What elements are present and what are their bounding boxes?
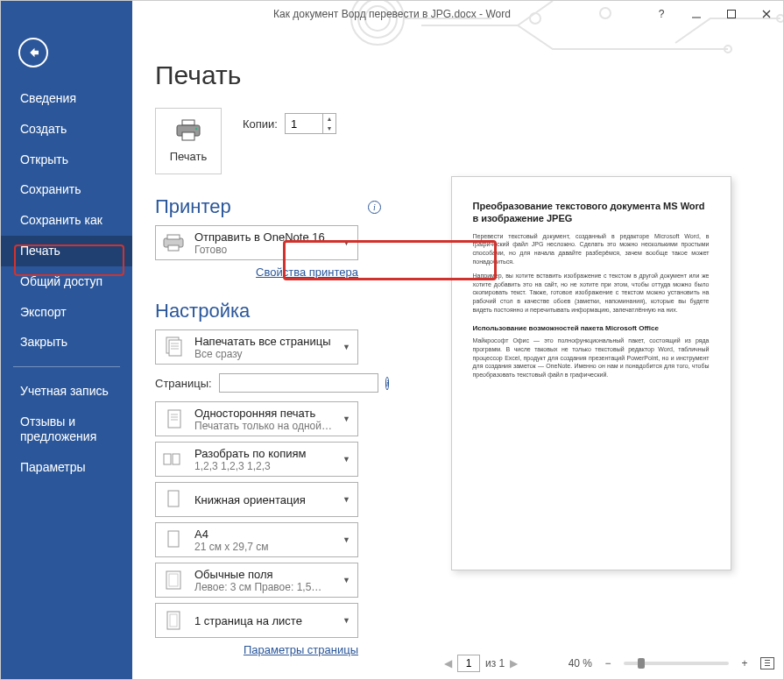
nav-save[interactable]: Сохранить <box>1 174 132 205</box>
one-per-sheet-icon <box>161 608 186 633</box>
svg-rect-10 <box>182 132 194 140</box>
svg-rect-13 <box>167 235 180 239</box>
preview-heading: Преобразование текстового документа MS W… <box>473 200 710 225</box>
svg-rect-16 <box>169 340 181 356</box>
minimize-button[interactable] <box>685 4 708 24</box>
pages-all-icon <box>161 335 186 359</box>
copies-down[interactable]: ▼ <box>323 124 335 133</box>
copies-input[interactable] <box>286 114 322 133</box>
nav-account[interactable]: Учетная запись <box>1 376 132 407</box>
chevron-down-icon: ▼ <box>341 535 352 544</box>
svg-rect-20 <box>168 410 180 428</box>
svg-rect-7 <box>728 11 736 18</box>
collate-dropdown[interactable]: Разобрать по копиям 1,2,3 1,2,3 1,2,3 ▼ <box>155 442 358 477</box>
help-button[interactable]: ? <box>650 4 673 24</box>
svg-rect-25 <box>173 454 180 464</box>
printer-info-icon[interactable]: i <box>368 201 381 214</box>
chevron-down-icon: ▼ <box>341 455 352 464</box>
duplex-dropdown[interactable]: Односторонняя печать Печатать только на … <box>155 401 358 436</box>
page-title: Печать <box>155 60 381 90</box>
printer-name: Отправить в OneNote 16 <box>194 230 332 244</box>
printer-device-icon <box>161 230 186 255</box>
chevron-down-icon: ▼ <box>341 238 352 247</box>
preview-p1: Перевести текстовый документ, созданный … <box>473 232 710 266</box>
printer-dropdown[interactable]: Отправить в OneNote 16 Готово ▼ <box>155 225 358 260</box>
chevron-down-icon: ▼ <box>341 414 352 423</box>
duplex-sub: Печатать только на одной… <box>194 420 332 432</box>
one-sided-icon <box>161 407 186 431</box>
nav-separator <box>13 366 120 367</box>
nav-save-as[interactable]: Сохранить как <box>1 205 132 236</box>
page-setup-link[interactable]: Параметры страницы <box>155 643 358 656</box>
paper-dropdown[interactable]: A4 21 см x 29,7 см ▼ <box>155 522 358 557</box>
nav-new[interactable]: Создать <box>1 114 132 145</box>
preview-p3: Майкрософт Офис — это полнофункциональны… <box>473 336 710 379</box>
nav-export[interactable]: Экспорт <box>1 297 132 328</box>
chevron-down-icon: ▼ <box>341 576 352 584</box>
copies-up[interactable]: ▲ <box>323 114 335 124</box>
paper-icon <box>161 528 186 552</box>
orientation-title: Книжная ориентация <box>194 493 332 506</box>
svg-rect-8 <box>182 120 194 125</box>
preview-subheading: Использование возможностей пакета Micros… <box>473 323 710 333</box>
svg-rect-27 <box>168 531 179 547</box>
main-content: Печать Печать Копии: <box>132 1 783 679</box>
nav-share[interactable]: Общий доступ <box>1 266 132 297</box>
orientation-dropdown[interactable]: Книжная ориентация ▼ <box>155 482 358 517</box>
printer-status: Готово <box>194 244 332 256</box>
backstage-sidebar: Сведения Создать Открыть Сохранить Сохра… <box>1 1 132 679</box>
chevron-down-icon: ▼ <box>341 616 352 625</box>
copies-label: Копии: <box>243 117 278 131</box>
collate-title: Разобрать по копиям <box>194 447 332 460</box>
print-button-label: Печать <box>170 150 208 163</box>
pages-label: Страницы: <box>155 377 212 390</box>
print-button[interactable]: Печать <box>155 108 222 174</box>
close-button[interactable] <box>755 4 778 24</box>
nav-print[interactable]: Печать <box>1 236 132 266</box>
per-sheet-title: 1 страница на листе <box>194 614 332 627</box>
nav-info[interactable]: Сведения <box>1 83 132 114</box>
print-range-sub: Все сразу <box>194 348 332 360</box>
back-button[interactable] <box>18 38 48 67</box>
nav-options[interactable]: Параметры <box>1 452 132 483</box>
printer-properties-link[interactable]: Свойства принтера <box>155 266 358 279</box>
margins-title: Обычные поля <box>194 568 332 581</box>
print-range-dropdown[interactable]: Напечатать все страницы Все сразу ▼ <box>155 329 358 365</box>
margins-dropdown[interactable]: Обычные поля Левое: 3 см Правое: 1,5… ▼ <box>155 563 358 598</box>
preview-p2: Например, вы хотите вставить изображение… <box>473 272 710 315</box>
pages-info-icon[interactable]: i <box>385 377 390 390</box>
titlebar: Как документ Ворд перевести в JPG.docx -… <box>1 1 783 27</box>
svg-rect-26 <box>168 491 179 506</box>
collate-icon <box>161 447 186 471</box>
print-range-title: Напечатать все страницы <box>194 335 332 348</box>
svg-rect-14 <box>168 245 179 251</box>
printer-icon <box>175 119 201 145</box>
portrait-icon <box>161 487 186 512</box>
svg-point-11 <box>195 128 198 131</box>
chevron-down-icon: ▼ <box>341 495 352 504</box>
margins-sub: Левое: 3 см Правое: 1,5… <box>194 581 332 593</box>
nav-feedback[interactable]: Отзывы и предложения <box>1 407 132 452</box>
paper-title: A4 <box>194 528 332 541</box>
paper-sub: 21 см x 29,7 см <box>194 541 332 553</box>
duplex-title: Односторонняя печать <box>194 407 332 420</box>
margins-icon <box>161 568 186 592</box>
copies-stepper[interactable]: ▲ ▼ <box>285 113 336 134</box>
settings-heading: Настройка <box>155 300 250 322</box>
pages-per-sheet-dropdown[interactable]: 1 страница на листе ▼ <box>155 603 358 638</box>
preview-page: Преобразование текстового документа MS W… <box>451 176 731 570</box>
printer-heading: Принтер <box>155 195 231 218</box>
maximize-button[interactable] <box>720 4 743 24</box>
chevron-down-icon: ▼ <box>341 343 352 351</box>
collate-sub: 1,2,3 1,2,3 1,2,3 <box>194 460 332 472</box>
pages-input[interactable] <box>219 373 378 393</box>
print-preview: Преобразование текстового документа MS W… <box>407 60 774 679</box>
nav-close[interactable]: Закрыть <box>1 327 132 358</box>
nav-open[interactable]: Открыть <box>1 145 132 175</box>
svg-rect-24 <box>164 454 171 464</box>
